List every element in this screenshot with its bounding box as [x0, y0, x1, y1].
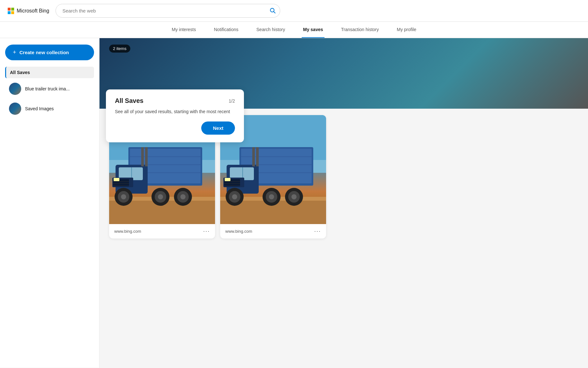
search-button[interactable]	[269, 7, 276, 14]
svg-point-54	[269, 194, 274, 199]
logo-blue	[8, 11, 11, 14]
tooltip-next-button[interactable]: Next	[201, 121, 235, 135]
svg-point-57	[291, 194, 297, 199]
header: Microsoft Bing	[0, 0, 588, 22]
svg-rect-58	[252, 147, 255, 166]
sidebar: + Create new collection All Saves Blue t…	[0, 38, 99, 368]
image-card-1-menu[interactable]: ···	[203, 228, 210, 235]
image-card-1-footer: www.bing.com ···	[109, 224, 215, 238]
search-bar	[56, 4, 280, 18]
logo-red	[8, 8, 11, 11]
svg-rect-29	[141, 147, 144, 166]
create-collection-label: Create new collection	[20, 50, 69, 55]
sidebar-item-saved-images-label: Saved Images	[25, 106, 54, 111]
logo-area: Microsoft Bing	[8, 8, 49, 14]
logo-green	[11, 8, 14, 11]
sidebar-item-all-saves-label: All Saves	[10, 70, 30, 75]
svg-point-28	[180, 194, 186, 199]
logo-yellow	[11, 11, 14, 14]
svg-point-25	[158, 194, 163, 199]
avatar-saved-images	[9, 103, 21, 115]
items-badge: 2 items	[109, 45, 130, 53]
sidebar-item-saved-images[interactable]: Saved Images	[5, 99, 94, 118]
svg-point-51	[232, 194, 237, 199]
nav-tabs: My interests Notifications Search histor…	[0, 22, 588, 38]
svg-rect-59	[256, 147, 259, 166]
sidebar-item-all-saves[interactable]: All Saves	[5, 67, 94, 78]
tab-my-saves[interactable]: My saves	[302, 22, 324, 38]
logo-text: Microsoft Bing	[17, 8, 49, 14]
svg-rect-19	[114, 178, 119, 181]
avatar-saved-img	[9, 103, 21, 115]
tooltip-header: All Saves 1/2	[115, 97, 235, 105]
tab-notifications[interactable]: Notifications	[213, 22, 240, 38]
search-input[interactable]	[56, 4, 280, 18]
svg-point-22	[121, 194, 126, 199]
tab-transaction-history[interactable]: Transaction history	[340, 22, 380, 38]
image-card-2-footer: www.bing.com ···	[220, 224, 326, 238]
avatar-truck-img	[9, 83, 21, 95]
svg-rect-30	[145, 147, 148, 166]
tab-my-interests[interactable]: My interests	[170, 22, 197, 38]
main-layout: + Create new collection All Saves Blue t…	[0, 38, 588, 368]
content-area: 2 items All Saves 1/2 See all of your sa…	[99, 38, 588, 368]
microsoft-logo	[8, 8, 14, 14]
tooltip-body: See all of your saved results, starting …	[115, 108, 235, 115]
image-card-2-menu[interactable]: ···	[314, 228, 321, 235]
image-card-2-url: www.bing.com	[225, 229, 252, 234]
tab-my-profile[interactable]: My profile	[395, 22, 418, 38]
tooltip-popup: All Saves 1/2 See all of your saved resu…	[106, 89, 244, 142]
create-collection-button[interactable]: + Create new collection	[5, 45, 94, 60]
image-card-1-url: www.bing.com	[114, 229, 141, 234]
tooltip-title: All Saves	[115, 97, 143, 105]
avatar-blue-trailer	[9, 83, 21, 95]
plus-icon: +	[13, 49, 16, 56]
svg-line-1	[274, 12, 275, 13]
tab-search-history[interactable]: Search history	[255, 22, 286, 38]
tooltip-counter: 1/2	[229, 98, 235, 104]
sidebar-item-blue-trailer-label: Blue trailer truck ima...	[25, 86, 70, 91]
svg-rect-48	[225, 178, 230, 181]
sidebar-item-blue-trailer[interactable]: Blue trailer truck ima...	[5, 79, 94, 98]
